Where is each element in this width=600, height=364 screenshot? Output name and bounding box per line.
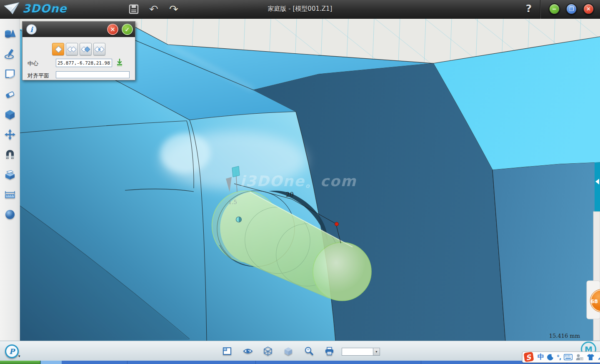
tool-sidebar bbox=[0, 19, 20, 341]
help-button[interactable]: ? bbox=[522, 2, 535, 16]
titlebar-separator bbox=[540, 0, 540, 19]
primitive-dialog: i ✕ ✓ bbox=[22, 21, 135, 80]
zoom-magnifier-icon bbox=[304, 347, 314, 356]
material-sphere-icon bbox=[5, 209, 15, 220]
ime-language-toggle[interactable]: 中 bbox=[538, 353, 544, 362]
redo-button[interactable]: ↷ bbox=[167, 2, 180, 16]
pen-mode-badge[interactable]: P bbox=[5, 344, 19, 358]
ime-fullwidth-toggle[interactable] bbox=[547, 354, 554, 361]
sidebar-constraint-button[interactable] bbox=[3, 147, 17, 162]
keyboard-icon bbox=[564, 354, 572, 360]
sketch-plane-icon bbox=[4, 68, 16, 79]
ime-account-button[interactable]: 14 bbox=[575, 354, 584, 361]
eraser-icon bbox=[4, 90, 16, 100]
drag-handle-point[interactable] bbox=[335, 222, 339, 226]
align-plane-field-label: 对齐平面 bbox=[28, 72, 49, 80]
ime-settings-button[interactable] bbox=[598, 354, 600, 361]
sidebar-sketch-button[interactable] bbox=[3, 46, 17, 61]
taskbar-separator bbox=[255, 361, 256, 364]
dialog-cancel-button[interactable]: ✕ bbox=[107, 24, 118, 35]
os-taskbar[interactable] bbox=[0, 361, 600, 364]
app-window: 3DOne ↶ ↷ 家庭版 - [模型001.Z1] ? − ❐ ✕ bbox=[0, 0, 600, 364]
pick-point-button[interactable] bbox=[115, 58, 124, 67]
window-title: 家庭版 - [模型001.Z1] bbox=[268, 5, 332, 13]
ime-punctuation-toggle[interactable]: °, bbox=[557, 354, 561, 361]
sogou-s-icon: S bbox=[523, 351, 535, 362]
visibility-button[interactable] bbox=[243, 347, 252, 356]
base-diamond-icon bbox=[54, 45, 63, 54]
close-button[interactable]: ✕ bbox=[583, 3, 594, 15]
watermark: i3DOne。com bbox=[240, 173, 357, 189]
ruler-icon bbox=[4, 190, 16, 199]
wrench-icon bbox=[598, 354, 600, 361]
viewport-layout-button[interactable] bbox=[222, 347, 232, 356]
brand-text: 3DOne bbox=[22, 2, 67, 15]
info-icon: i bbox=[26, 24, 37, 35]
center-point-marker[interactable] bbox=[236, 217, 242, 222]
mode-subtract-button[interactable] bbox=[80, 43, 92, 55]
dialog-confirm-button[interactable]: ✓ bbox=[122, 24, 133, 35]
zoom-button[interactable] bbox=[304, 347, 313, 356]
minimize-button[interactable]: − bbox=[549, 3, 560, 15]
cylinder-front-cap bbox=[313, 242, 371, 301]
align-plane-input[interactable] bbox=[56, 71, 130, 78]
subtract-diamonds-icon bbox=[81, 45, 91, 54]
paper-plane-icon bbox=[3, 2, 20, 15]
wireframe-display-button[interactable] bbox=[263, 347, 272, 356]
dialog-titlebar[interactable]: i ✕ ✓ bbox=[22, 22, 135, 37]
view-toolbar: P ▾ bbox=[0, 341, 600, 361]
viewport-layout-icon bbox=[222, 347, 232, 356]
boolean-mode-row bbox=[52, 43, 105, 55]
shaded-cube-icon bbox=[284, 347, 293, 356]
eye-icon bbox=[243, 347, 253, 356]
intersect-diamonds-icon bbox=[95, 45, 105, 54]
sketch-pencil-icon bbox=[4, 48, 16, 60]
mode-base-button[interactable] bbox=[52, 43, 64, 55]
taskbar-separator bbox=[421, 361, 421, 364]
ime-soft-keyboard-button[interactable] bbox=[564, 354, 572, 360]
taskbar-separator bbox=[127, 361, 128, 364]
undo-icon: ↶ bbox=[149, 3, 158, 15]
shaded-display-button[interactable] bbox=[284, 347, 293, 356]
sidebar-erase-button[interactable] bbox=[3, 87, 17, 102]
mode-intersect-button[interactable] bbox=[93, 43, 105, 55]
sidebar-feature-button[interactable] bbox=[3, 107, 17, 122]
ime-skin-button[interactable] bbox=[587, 354, 595, 361]
view-scale-select[interactable] bbox=[342, 348, 373, 356]
save-button[interactable] bbox=[127, 2, 140, 16]
right-panel-tab[interactable] bbox=[595, 162, 600, 212]
print-button[interactable] bbox=[325, 347, 334, 356]
right-collapsed-panel[interactable] bbox=[593, 212, 600, 341]
green-import-arrow-icon bbox=[115, 58, 124, 67]
pen-caret[interactable]: ▾ bbox=[18, 354, 20, 358]
sidebar-primitives-button[interactable] bbox=[3, 26, 17, 41]
model-face-steel-right[interactable] bbox=[492, 162, 600, 341]
wireframe-cube-icon bbox=[263, 347, 272, 356]
tshirt-icon bbox=[587, 354, 595, 361]
sidebar-combine-button[interactable] bbox=[3, 167, 17, 182]
view-scale-dropdown-arrow[interactable]: ▾ bbox=[373, 348, 380, 356]
mode-add-button[interactable] bbox=[66, 43, 78, 55]
magnet-icon bbox=[4, 149, 16, 160]
sidebar-measure-button[interactable] bbox=[3, 187, 17, 202]
taskbar-start-sliver[interactable] bbox=[0, 361, 40, 364]
dimension-small-label: 1.5 bbox=[228, 199, 237, 205]
ime-toolbar: S 中 °, 14 bbox=[522, 352, 600, 363]
printer-icon bbox=[325, 347, 334, 356]
taskbar-active-app-sliver[interactable] bbox=[41, 361, 62, 364]
badge-count: 68 bbox=[590, 298, 598, 304]
sidebar-material-button[interactable] bbox=[3, 207, 17, 222]
add-diamonds-icon bbox=[67, 45, 77, 54]
undo-button[interactable]: ↶ bbox=[147, 2, 160, 16]
app-logo: 3DOne bbox=[3, 2, 67, 15]
primitives-icon bbox=[4, 28, 16, 39]
center-coordinates-input[interactable] bbox=[56, 59, 112, 67]
sidebar-move-button[interactable] bbox=[3, 127, 17, 142]
restore-button[interactable]: ❐ bbox=[566, 3, 577, 15]
combine-solids-icon bbox=[4, 169, 16, 180]
redo-icon: ↷ bbox=[169, 3, 178, 15]
sogou-logo-button[interactable]: S bbox=[523, 351, 535, 362]
sidebar-plane-button[interactable] bbox=[3, 66, 17, 81]
3d-viewport[interactable]: 20 1.5 i3DOne。com 15.416 mm bbox=[20, 19, 600, 341]
moon-icon bbox=[547, 354, 554, 361]
